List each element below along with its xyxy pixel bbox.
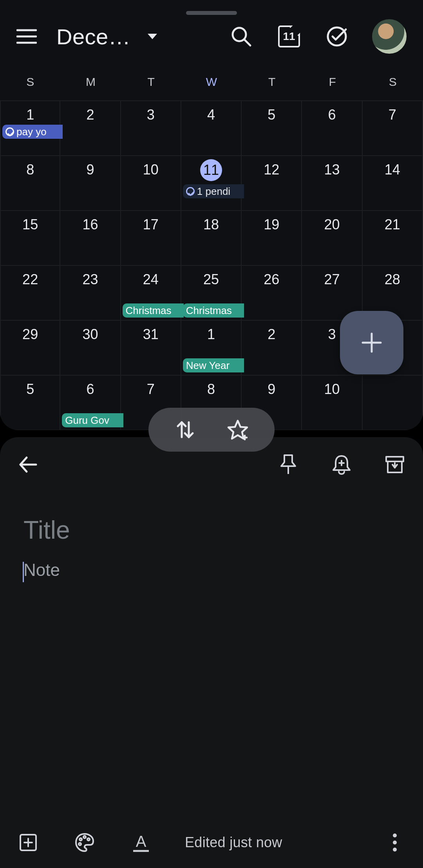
svg-point-24	[393, 848, 397, 852]
weekday-tue: T	[121, 73, 181, 96]
svg-rect-13	[386, 457, 403, 461]
favorite-pair-button[interactable]	[225, 417, 250, 442]
archive-button[interactable]	[382, 452, 407, 477]
edited-timestamp: Edited just now	[185, 834, 282, 851]
day-cell[interactable]: 5	[0, 376, 60, 430]
day-cell[interactable]: 17	[121, 211, 181, 266]
day-cell[interactable]: 20	[302, 211, 362, 266]
day-number: 9	[242, 381, 301, 398]
tasks-button[interactable]	[324, 24, 349, 49]
today-button[interactable]: 11	[277, 24, 302, 49]
day-cell[interactable]: 10	[302, 376, 362, 430]
day-cell[interactable]: 1 pay yo	[0, 101, 60, 156]
event-label: New Year	[186, 360, 230, 372]
day-cell[interactable]: 5	[242, 101, 302, 156]
svg-point-23	[393, 841, 397, 844]
day-number: 18	[181, 216, 241, 233]
svg-point-18	[80, 838, 82, 841]
day-cell[interactable]: 10	[121, 156, 181, 211]
day-cell[interactable]: 31	[121, 321, 181, 376]
calendar-header: Dece… 11	[0, 0, 423, 73]
note-title-input[interactable]: Title	[24, 516, 400, 545]
day-number: 14	[363, 162, 422, 178]
reminder-button[interactable]	[329, 452, 354, 477]
text-format-button[interactable]: A	[128, 830, 154, 855]
day-number: 27	[302, 271, 362, 288]
back-button[interactable]	[16, 452, 41, 477]
svg-point-6	[328, 27, 346, 45]
plus-box-icon	[18, 832, 38, 853]
note-body-input[interactable]: Note	[24, 560, 400, 580]
day-number: 7	[121, 381, 181, 398]
day-cell[interactable]: 14	[363, 156, 423, 211]
search-button[interactable]	[229, 24, 254, 49]
weekday-row: S M T W T F S	[0, 73, 423, 96]
color-palette-button[interactable]	[72, 830, 97, 855]
day-number: 15	[1, 216, 60, 233]
day-number: 10	[302, 381, 362, 398]
more-options-button[interactable]	[382, 830, 407, 855]
day-cell[interactable]: 4	[181, 101, 242, 156]
weekday-thu: T	[242, 73, 302, 96]
day-cell[interactable]: 15	[0, 211, 60, 266]
event-chip-holiday[interactable]: Christmas	[183, 303, 244, 318]
checkmark-circle-icon	[326, 26, 347, 47]
day-cell[interactable]	[363, 376, 423, 430]
day-number: 23	[60, 271, 120, 288]
month-picker[interactable]: Dece…	[56, 24, 217, 49]
weekday-sat: S	[363, 73, 423, 96]
calendar-today-icon: 11	[278, 25, 300, 47]
text-format-icon: A	[132, 833, 150, 852]
event-chip-holiday[interactable]: Christmas	[123, 303, 184, 318]
day-cell[interactable]: 16	[60, 211, 121, 266]
day-cell[interactable]: 6	[302, 101, 362, 156]
day-cell[interactable]: 30	[60, 321, 121, 376]
day-cell[interactable]: 24 Christmas	[121, 266, 181, 321]
day-number: 4	[181, 107, 241, 123]
event-chip-holiday[interactable]: New Year	[183, 358, 244, 372]
svg-marker-3	[148, 34, 157, 39]
day-cell[interactable]: 3	[121, 101, 181, 156]
event-chip-task[interactable]: pay yo	[2, 125, 63, 139]
day-number: 13	[302, 162, 362, 178]
text-caret	[23, 562, 24, 582]
event-label: Christmas	[126, 305, 172, 317]
day-cell[interactable]: 19	[242, 211, 302, 266]
create-event-fab[interactable]	[340, 311, 403, 374]
day-cell[interactable]: 6 Guru Gov	[60, 376, 121, 430]
day-cell[interactable]: 2	[60, 101, 121, 156]
day-cell[interactable]: 12	[242, 156, 302, 211]
pin-button[interactable]	[276, 452, 301, 477]
day-cell[interactable]: 21	[363, 211, 423, 266]
archive-icon	[385, 455, 405, 474]
swap-apps-button[interactable]	[173, 417, 198, 442]
day-cell[interactable]: 23	[60, 266, 121, 321]
day-number: 2	[242, 326, 301, 343]
event-chip-holiday[interactable]: Guru Gov	[62, 413, 123, 427]
day-cell[interactable]: 29	[0, 321, 60, 376]
day-cell[interactable]: 1 New Year	[181, 321, 242, 376]
svg-point-22	[393, 833, 397, 837]
weekday-wed: W	[181, 73, 242, 96]
day-cell[interactable]: 25 Christmas	[181, 266, 242, 321]
day-cell[interactable]: 8	[0, 156, 60, 211]
more-vertical-icon	[392, 833, 398, 852]
weekday-sun: S	[0, 73, 60, 96]
day-number: 19	[242, 216, 301, 233]
account-avatar[interactable]	[372, 19, 407, 54]
add-content-button[interactable]	[16, 830, 41, 855]
menu-button[interactable]	[14, 24, 39, 49]
day-cell[interactable]: 22	[0, 266, 60, 321]
day-cell[interactable]: 26	[242, 266, 302, 321]
day-cell[interactable]: 2	[242, 321, 302, 376]
notes-app: Title Note A Edited just now	[0, 437, 423, 868]
day-cell[interactable]: 18	[181, 211, 242, 266]
day-cell[interactable]: 7	[363, 101, 423, 156]
task-check-icon	[186, 187, 195, 196]
day-cell-today[interactable]: 11 1 pendi	[181, 156, 242, 211]
calendar-app: Dece… 11 S M T W T F S	[0, 0, 423, 430]
event-chip-pending[interactable]: 1 pendi	[183, 184, 244, 198]
day-cell[interactable]: 9	[60, 156, 121, 211]
notes-bottom-toolbar: A Edited just now	[0, 817, 423, 868]
day-cell[interactable]: 13	[302, 156, 362, 211]
